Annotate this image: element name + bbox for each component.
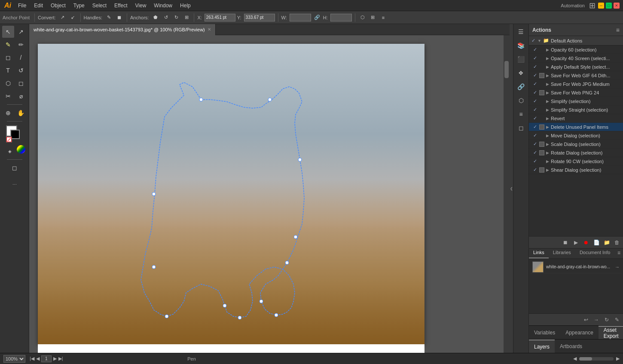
- hand-tool[interactable]: ✋: [15, 107, 27, 119]
- text-tool[interactable]: T: [2, 64, 14, 76]
- action-item-14[interactable]: ✓ ▶ Rotate 90 CW (selection): [529, 157, 623, 166]
- line-tool[interactable]: /: [15, 52, 27, 64]
- action-item-13[interactable]: ✓ ▶ Rotate Dialog (selection): [529, 149, 623, 157]
- tab-libraries[interactable]: Libraries: [549, 249, 575, 258]
- action-item-12[interactable]: ✓ ▶ Scale Dialog (selection): [529, 140, 623, 149]
- group-expand-arrow[interactable]: ▼: [537, 39, 541, 43]
- link-dimensions[interactable]: 🔗: [313, 13, 321, 22]
- relink-btn[interactable]: ↩: [582, 315, 590, 324]
- expand-3[interactable]: ▶: [546, 65, 549, 69]
- x-input[interactable]: [205, 14, 235, 21]
- actions-group-header[interactable]: ✓ ▼ 📁 Default Actions: [529, 36, 623, 46]
- workspace-switcher[interactable]: ⊞: [589, 1, 596, 10]
- handles-tool-2[interactable]: ◼: [115, 13, 124, 22]
- expand-15[interactable]: ▶: [546, 168, 549, 172]
- gradient-btn[interactable]: [17, 145, 25, 154]
- more-tools[interactable]: ⋯: [9, 178, 21, 190]
- action-item-8[interactable]: ✓ ▶ Simplify Straight (selection): [529, 106, 623, 114]
- checkbox-4[interactable]: [539, 73, 544, 78]
- play-btn[interactable]: ▶: [571, 238, 580, 247]
- last-page-btn[interactable]: ▶|: [58, 356, 63, 361]
- menu-type[interactable]: Type: [70, 2, 88, 9]
- expand-13[interactable]: ▶: [546, 151, 549, 155]
- action-item-11[interactable]: ✓ ▶ Move Dialog (selection): [529, 131, 623, 140]
- close-button[interactable]: ✕: [614, 3, 620, 9]
- action-item-15[interactable]: ✓ ▶ Shear Dialog (selection): [529, 166, 623, 174]
- links-icon[interactable]: 🔗: [515, 81, 527, 93]
- scroll-right-btn[interactable]: ▶: [616, 356, 620, 361]
- rectangle-tool[interactable]: ◻: [2, 52, 14, 64]
- none-icon[interactable]: [6, 136, 12, 143]
- zoom-select[interactable]: 100%: [3, 355, 25, 363]
- action-item-7[interactable]: ✓ ▶ Simplify (selection): [529, 97, 623, 106]
- expand-11[interactable]: ▶: [546, 133, 549, 138]
- expand-4[interactable]: ▶: [546, 73, 549, 78]
- w-input[interactable]: [290, 14, 311, 21]
- anchors-tool-1[interactable]: ⬟: [151, 13, 160, 22]
- menu-edit[interactable]: Edit: [31, 2, 46, 9]
- paint-tool[interactable]: ⬡: [2, 77, 14, 89]
- menu-effect[interactable]: Effect: [111, 2, 131, 9]
- eraser-tool[interactable]: ◻: [15, 77, 27, 89]
- go-to-link-btn[interactable]: →: [592, 315, 601, 324]
- scrollbar-thumb[interactable]: [504, 61, 509, 78]
- action-item-2[interactable]: ✓ ▶ Opacity 40 Screen (selecti...: [529, 54, 623, 63]
- action-item-1[interactable]: ✓ ▶ Opacity 60 (selection): [529, 46, 623, 54]
- delete-action-btn[interactable]: 🗑: [613, 238, 621, 247]
- links-panel-menu[interactable]: ≡: [615, 249, 623, 258]
- menu-window[interactable]: Window: [150, 2, 176, 9]
- pencil-tool[interactable]: ✏: [15, 39, 27, 51]
- panel-collapse-handle[interactable]: [510, 24, 513, 353]
- checkbox-10[interactable]: [539, 124, 544, 130]
- new-action-btn[interactable]: 📄: [592, 238, 601, 247]
- tab-links[interactable]: Links: [529, 249, 549, 258]
- pen-tool[interactable]: ✎: [2, 39, 14, 51]
- horizontal-scroll-track[interactable]: [579, 357, 614, 361]
- action-item-3[interactable]: ✓ ▶ Apply Default Style (select...: [529, 63, 623, 71]
- tab-close-button[interactable]: ✕: [208, 27, 211, 32]
- artboard-tool[interactable]: ◻: [9, 162, 21, 174]
- expand-5[interactable]: ▶: [546, 82, 549, 86]
- h-input[interactable]: [330, 14, 352, 21]
- checkbox-15[interactable]: [539, 167, 544, 173]
- properties-icon[interactable]: ☰: [515, 26, 527, 38]
- first-page-btn[interactable]: |◀: [30, 356, 34, 361]
- convert-tool-1[interactable]: ↗: [58, 13, 67, 22]
- minimize-button[interactable]: ─: [598, 3, 604, 9]
- convert-tool-2[interactable]: ↙: [69, 13, 77, 22]
- action-item-5[interactable]: ✓ ▶ Save For Web JPG Medium: [529, 80, 623, 88]
- pathfinder-icon[interactable]: ◻: [515, 122, 527, 134]
- expand-9[interactable]: ▶: [546, 116, 549, 121]
- layers-side-icon[interactable]: ⬛: [515, 53, 527, 65]
- update-link-btn[interactable]: ↻: [602, 315, 611, 324]
- link-item-1[interactable]: white-and-gray-cat-in-brown-wo... →: [531, 261, 621, 273]
- action-item-6[interactable]: ✓ ▶ Save For Web PNG 24: [529, 88, 623, 97]
- action-item-4[interactable]: ✓ ▶ Save For Web GIF 64 Dith...: [529, 71, 623, 80]
- align-icon[interactable]: ≡: [515, 108, 527, 120]
- tab-appearance[interactable]: Appearance: [560, 326, 599, 339]
- transform-tool[interactable]: ⬡: [358, 13, 367, 22]
- canvas-container[interactable]: [29, 35, 504, 353]
- tab-document-info[interactable]: Document Info: [575, 249, 615, 258]
- next-page-btn[interactable]: ▶: [53, 356, 57, 361]
- horizontal-scroll-thumb[interactable]: [579, 357, 592, 361]
- align-tool[interactable]: ⊞: [369, 13, 377, 22]
- selection-tool[interactable]: ↖: [2, 26, 14, 38]
- scissors-tool[interactable]: ✂: [2, 90, 14, 102]
- prev-page-btn[interactable]: ◀: [36, 356, 40, 361]
- expand-10[interactable]: ▶: [546, 125, 549, 129]
- more-options[interactable]: ≡: [379, 13, 388, 22]
- maximize-button[interactable]: □: [606, 3, 612, 9]
- vertical-scrollbar[interactable]: [504, 35, 510, 353]
- new-group-btn[interactable]: 📁: [602, 238, 611, 247]
- action-item-10[interactable]: ✓ ▶ Delete Unused Panel Items: [529, 123, 623, 131]
- knife-tool[interactable]: ⌀: [15, 90, 27, 102]
- assets-icon[interactable]: ❖: [515, 67, 527, 79]
- spiral-tool[interactable]: ↺: [15, 64, 27, 76]
- checkbox-13[interactable]: [539, 150, 544, 155]
- libraries-icon[interactable]: 📚: [515, 39, 527, 52]
- scroll-left-btn[interactable]: ◀: [573, 356, 577, 361]
- handles-tool-1[interactable]: ✎: [105, 13, 113, 22]
- tab-asset-export[interactable]: Asset Export: [599, 326, 623, 339]
- checkbox-12[interactable]: [539, 142, 544, 147]
